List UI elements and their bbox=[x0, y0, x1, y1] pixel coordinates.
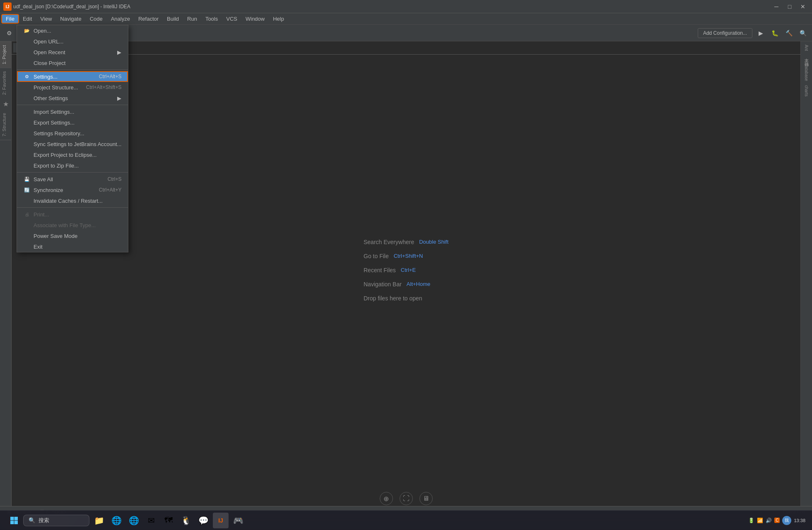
panel-tab-structure[interactable]: 7: Structure bbox=[0, 110, 11, 140]
right-panel-text[interactable]: 文本 bbox=[803, 53, 810, 57]
taskbar-app1[interactable]: 💬 bbox=[195, 513, 211, 528]
right-panel-database[interactable]: Database bbox=[803, 62, 810, 83]
menu-build[interactable]: Build bbox=[163, 14, 183, 23]
file-dropdown-menu: 📂 Open... Open URL... Open Recent ▶ Clos… bbox=[17, 25, 128, 252]
debug-button[interactable]: 🐛 bbox=[769, 27, 781, 39]
menu-run[interactable]: Run bbox=[183, 14, 201, 23]
taskbar-edge[interactable]: 🌐 bbox=[126, 513, 142, 528]
right-panel-charts[interactable]: charts bbox=[803, 84, 810, 98]
menu-item-settings[interactable]: ⚙ Settings... Ctrl+Alt+S bbox=[17, 71, 128, 82]
menu-item-open-url[interactable]: Open URL... bbox=[17, 36, 128, 47]
taskbar-file-explorer[interactable]: 📁 bbox=[91, 513, 107, 528]
taskbar-maps[interactable]: 🗺 bbox=[161, 513, 176, 528]
widget-expand[interactable]: ⛶ bbox=[400, 492, 413, 505]
run-button[interactable]: ▶ bbox=[755, 27, 766, 39]
menu-item-close-project[interactable]: Close Project bbox=[17, 58, 128, 68]
menu-item-exit[interactable]: Exit bbox=[17, 241, 128, 252]
panel-favorites-star[interactable]: ★ bbox=[0, 98, 11, 110]
widget-crosshair[interactable]: ⊕ bbox=[380, 492, 393, 505]
editor-tab-bar: ⚙ × bbox=[12, 41, 800, 55]
menu-item-close-label: Close Project bbox=[34, 60, 65, 66]
sync-settings-icon bbox=[24, 141, 30, 147]
menu-item-os-left: Other Settings bbox=[24, 95, 68, 101]
menu-item-export-settings[interactable]: Export Settings... bbox=[17, 117, 128, 128]
menu-item-settings-repo[interactable]: Settings Repository... bbox=[17, 128, 128, 139]
menu-item-open-url-left: Open URL... bbox=[24, 38, 63, 45]
power-save-icon bbox=[24, 233, 30, 239]
menu-item-ee-label: Export Project to Eclipse... bbox=[34, 152, 96, 158]
taskbar-chrome[interactable]: 🌐 bbox=[108, 513, 124, 528]
menu-help[interactable]: Help bbox=[269, 14, 288, 23]
menu-item-export-eclipse[interactable]: Export Project to Eclipse... bbox=[17, 149, 128, 160]
menu-item-power-save[interactable]: Power Save Mode bbox=[17, 230, 128, 241]
invalidate-icon bbox=[24, 197, 30, 204]
left-panel-tabs: 1: Project 2: Favorites ★ 7: Structure bbox=[0, 41, 12, 506]
menu-item-ez-label: Export to Zip File... bbox=[34, 163, 79, 169]
menu-item-export-zip[interactable]: Export to Zip File... bbox=[17, 160, 128, 171]
menu-item-ss-left: Sync Settings to JetBrains Account... bbox=[24, 141, 121, 147]
menu-analyze[interactable]: Analyze bbox=[107, 14, 134, 23]
add-config-button[interactable]: Add Configuration... bbox=[698, 28, 752, 38]
hint-search-key: Double Shift bbox=[419, 239, 448, 245]
svg-rect-3 bbox=[14, 520, 18, 524]
menu-file[interactable]: File bbox=[2, 14, 19, 23]
window-title: udf_deal_json [D:\Code\udf_deal_json] - … bbox=[13, 4, 130, 10]
taskbar-qq[interactable]: 🐧 bbox=[178, 513, 194, 528]
panel-tab-project[interactable]: 1: Project bbox=[0, 41, 11, 67]
hint-search-everywhere: Search Everywhere Double Shift bbox=[364, 239, 448, 245]
menu-item-es-label: Export Settings... bbox=[34, 120, 75, 126]
menu-vcs[interactable]: VCS bbox=[222, 14, 241, 23]
menu-item-open-recent[interactable]: Open Recent ▶ bbox=[17, 47, 128, 58]
panel-tab-favorites[interactable]: 2: Favorites bbox=[0, 67, 11, 98]
menu-refactor[interactable]: Refactor bbox=[134, 14, 163, 23]
menu-item-project-structure[interactable]: Project Structure... Ctrl+Alt+Shift+S bbox=[17, 82, 128, 93]
minimize-button[interactable]: ─ bbox=[771, 2, 782, 11]
right-panel-code[interactable]: 纬码 bbox=[803, 58, 810, 61]
menu-item-ps2-left: Power Save Mode bbox=[24, 233, 77, 239]
project-structure-icon bbox=[24, 84, 30, 91]
taskbar-app2[interactable]: 🎮 bbox=[230, 513, 246, 528]
close-button[interactable]: ✕ bbox=[797, 2, 809, 11]
menu-item-inv-label: Invalidate Caches / Restart... bbox=[34, 198, 103, 204]
menu-item-open[interactable]: 📂 Open... bbox=[17, 25, 128, 36]
menu-item-assoc-left: Associate with File Type... bbox=[24, 222, 96, 228]
menu-item-sync-settings[interactable]: Sync Settings to JetBrains Account... bbox=[17, 139, 128, 149]
menu-item-sr-left: Settings Repository... bbox=[24, 130, 84, 137]
menu-item-print: 🖨 Print... bbox=[17, 209, 128, 220]
menu-item-sa-left: 💾 Save All bbox=[24, 176, 53, 182]
app-icon: IJ bbox=[3, 2, 12, 11]
widget-monitor[interactable]: 🖥 bbox=[419, 492, 433, 505]
start-button[interactable] bbox=[7, 513, 22, 528]
right-panel-ant[interactable]: Ant bbox=[803, 43, 810, 53]
menu-item-save-all[interactable]: 💾 Save All Ctrl+S bbox=[17, 174, 128, 185]
search-toolbar-button[interactable]: 🔍 bbox=[797, 27, 809, 39]
menu-item-synchronize[interactable]: 🔄 Synchronize Ctrl+Alt+Y bbox=[17, 185, 128, 195]
menu-item-other-settings[interactable]: Other Settings ▶ bbox=[17, 93, 128, 103]
menu-item-exit-left: Exit bbox=[24, 243, 43, 250]
menu-navigate[interactable]: Navigate bbox=[56, 14, 85, 23]
hint-recent-label: Recent Files bbox=[364, 267, 396, 273]
taskbar-mail[interactable]: ✉ bbox=[143, 513, 159, 528]
menu-item-import-settings[interactable]: Import Settings... bbox=[17, 106, 128, 117]
menu-window[interactable]: Window bbox=[241, 14, 269, 23]
menu-tools[interactable]: Tools bbox=[201, 14, 222, 23]
menu-item-associate: Associate with File Type... bbox=[17, 220, 128, 230]
menu-view[interactable]: View bbox=[36, 14, 56, 23]
taskbar-search-box[interactable]: 🔍 搜索 bbox=[23, 515, 89, 526]
hint-nav-bar: Navigation Bar Alt+Home bbox=[364, 281, 448, 288]
menu-edit[interactable]: Edit bbox=[19, 14, 36, 23]
menu-code[interactable]: Code bbox=[86, 14, 107, 23]
maximize-button[interactable]: □ bbox=[784, 2, 795, 11]
menu-item-open-recent-label: Open Recent bbox=[34, 49, 65, 55]
search-magnifier-icon: 🔍 bbox=[29, 517, 35, 523]
build-button[interactable]: 🔨 bbox=[783, 27, 795, 39]
tray-csdn-icon: C bbox=[774, 518, 780, 523]
menu-item-is-label: Import Settings... bbox=[34, 109, 74, 115]
menu-item-os-label: Other Settings bbox=[34, 95, 68, 101]
menu-item-print-label: Print... bbox=[34, 211, 49, 218]
toolbar-btn-1[interactable]: ⚙ bbox=[3, 27, 15, 39]
menu-item-ss-label: Sync Settings to JetBrains Account... bbox=[34, 141, 121, 147]
menu-item-invalidate[interactable]: Invalidate Caches / Restart... bbox=[17, 195, 128, 206]
window-controls: ─ □ ✕ bbox=[771, 2, 809, 11]
taskbar-intellij[interactable]: IJ bbox=[213, 513, 229, 528]
